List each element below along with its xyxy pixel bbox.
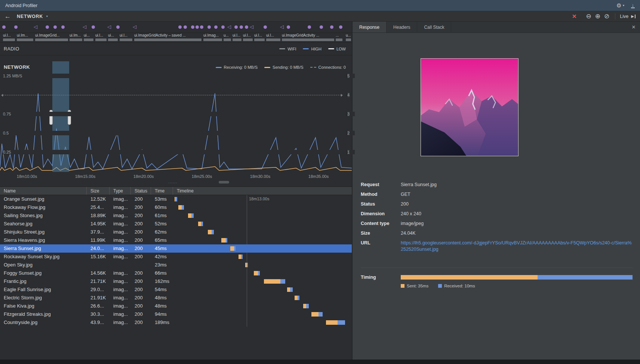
activity-event-triangle-icon[interactable]: ◁ <box>34 24 37 30</box>
activity-segment[interactable]: ui.Im... <box>17 33 33 42</box>
table-row[interactable]: Shinjuku Street.jpg37.9...imag...20062ms <box>0 228 352 236</box>
activity-segment[interactable]: ui.ImageGridActivity ... <box>282 33 334 42</box>
splitter-grip-icon[interactable]: ······ <box>168 181 177 185</box>
cell-status: 200 <box>131 318 151 327</box>
event-dot[interactable] <box>178 25 182 29</box>
tab-call-stack[interactable]: Call Stack <box>417 22 451 33</box>
table-row[interactable]: Frantic.jpg21.71Kimag...200162ms <box>0 277 352 286</box>
horizontal-scrollbar[interactable] <box>219 181 229 183</box>
event-dot[interactable] <box>196 25 199 29</box>
event-dot[interactable] <box>221 25 225 29</box>
profiler-type-dropdown[interactable]: NETWORK ▼ <box>17 14 49 19</box>
tab-headers[interactable]: Headers <box>387 22 417 33</box>
activity-event-triangle-icon[interactable]: ◁ <box>83 24 86 30</box>
activity-segment[interactable]: ui.l... <box>266 33 280 42</box>
detail-value-url-link[interactable]: https://lh5.googleusercontent.com/-dJgje… <box>401 240 633 253</box>
cell-size: 21.71K <box>87 277 110 286</box>
event-dot[interactable] <box>287 25 290 29</box>
activity-segment[interactable]: ui.l... <box>95 33 107 42</box>
event-dot[interactable] <box>184 25 187 29</box>
activity-segment[interactable]: ui.l... <box>120 33 132 42</box>
end-session-button[interactable]: ✕ <box>572 13 577 20</box>
event-dot[interactable] <box>308 25 311 29</box>
activity-segment[interactable]: ui.l... <box>254 33 265 42</box>
column-header-status[interactable]: Status <box>131 187 151 195</box>
sent-bar <box>221 238 226 243</box>
zoom-out-button[interactable]: ⊖ <box>586 13 591 19</box>
table-row[interactable]: Sierra Heavens.jpg11.99Kimag...20065ms <box>0 236 352 244</box>
back-button[interactable]: ← <box>4 13 11 19</box>
cell-timeline <box>173 286 352 294</box>
table-row[interactable]: Foggy Sunset.jpg14.56Kimag...20066ms <box>0 269 352 277</box>
activity-segment[interactable]: ui.l... <box>243 33 253 42</box>
download-button[interactable]: ↓ <box>631 3 635 8</box>
column-header-time[interactable]: Time <box>151 187 173 195</box>
event-dot[interactable] <box>234 25 238 29</box>
event-markers-row[interactable]: ◁◁◁◁◁◁◁ <box>0 22 352 33</box>
column-header-name[interactable]: Name <box>0 187 87 195</box>
column-header-type[interactable]: Type <box>110 187 131 195</box>
settings-button[interactable]: ⚙ ▼ <box>616 2 625 9</box>
activity-event-triangle-icon[interactable]: ◁ <box>250 24 253 30</box>
table-row[interactable]: Sailing Stones.jpg18.89Kimag...20061ms <box>0 212 352 220</box>
event-dot[interactable] <box>46 25 49 29</box>
table-row[interactable]: Fitzgerald Streaks.jpg30.3...imag...2009… <box>0 310 352 318</box>
cell-timeline <box>173 261 352 269</box>
event-dot[interactable] <box>330 25 333 29</box>
bottom-scrollbar-track[interactable] <box>0 360 640 364</box>
event-dot[interactable] <box>240 25 243 29</box>
download-icon: ↓ <box>631 3 635 8</box>
table-row[interactable]: Eagle Fall Sunrise.jpg29.0...imag...2005… <box>0 286 352 294</box>
table-row[interactable]: Countryside.jpg43.9...imag...200189ms <box>0 318 352 327</box>
column-header-size[interactable]: Size <box>87 187 110 195</box>
event-dot[interactable] <box>53 25 57 29</box>
table-row[interactable]: Electric Storm.jpg21.91Kimag...20048ms <box>0 294 352 302</box>
event-dot[interactable] <box>14 25 18 29</box>
main-content: ◁◁◁◁◁◁◁ ui.l...ui.Im...ui.ImageGrid...ui… <box>0 22 640 360</box>
table-row[interactable]: Seahorse.jpg14.95Kimag...20052ms <box>0 220 352 228</box>
table-row[interactable]: Open Sky.jpg23ms <box>0 261 352 269</box>
event-dot[interactable] <box>339 25 342 29</box>
activity-segment[interactable]: ui.ImageGrid... <box>35 33 68 42</box>
activity-segment[interactable]: ... <box>336 33 342 42</box>
table-row[interactable]: Rockaway Flow.jpg25.4...imag...20060ms <box>0 203 352 212</box>
activity-segment[interactable]: ui... <box>108 33 118 42</box>
pane-splitter[interactable]: ······ <box>0 180 352 187</box>
activity-event-triangle-icon[interactable]: ◁ <box>133 24 136 30</box>
activity-segment[interactable]: ui.ImageGridActivity – saved ... <box>134 33 201 42</box>
event-dot[interactable] <box>320 25 323 29</box>
activity-event-triangle-icon[interactable]: ◁ <box>280 24 284 30</box>
table-row[interactable]: False Kiva.jpg26.6...imag...20048ms <box>0 302 352 310</box>
event-dot[interactable] <box>61 25 65 29</box>
activity-event-triangle-icon[interactable]: ◁ <box>227 24 231 30</box>
activity-segment[interactable]: ui.l... <box>3 33 15 42</box>
zoom-in-button[interactable]: ⊕ <box>595 13 600 19</box>
event-dot[interactable] <box>2 25 6 29</box>
event-dot[interactable] <box>207 25 211 29</box>
event-dot[interactable] <box>214 25 218 29</box>
column-header-timeline[interactable]: Timeline <box>173 187 352 195</box>
activity-segment[interactable]: ui.Imag... <box>203 33 222 42</box>
table-row[interactable]: Orange Sunset.jpg12.52Kimag...20053ms <box>0 195 352 203</box>
table-row[interactable]: Rockaway Sunset Sky.jpg15.16Kimag...2004… <box>0 253 352 261</box>
event-dot[interactable] <box>264 25 267 29</box>
activity-segment[interactable]: ui.Im... <box>70 33 82 42</box>
tab-response[interactable]: Response <box>353 22 387 33</box>
activity-row[interactable]: ui.l...ui.Im...ui.ImageGrid...ui.Im...ui… <box>0 33 352 43</box>
event-dot[interactable] <box>191 25 194 29</box>
legend-item-sent: Sent: 35ms <box>401 284 428 288</box>
table-row[interactable]: Sierra Sunset.jpg24.0...imag...20045ms <box>0 244 352 253</box>
activity-segment[interactable]: u... <box>346 33 351 42</box>
zoom-reset-button[interactable]: ⊘ <box>604 13 609 19</box>
event-dot[interactable] <box>200 25 203 29</box>
event-dot[interactable] <box>245 25 248 29</box>
activity-event-triangle-icon[interactable]: ◁ <box>107 24 111 30</box>
close-inspector-button[interactable]: ✕ <box>627 22 640 33</box>
activity-segment[interactable]: ui... <box>84 33 93 42</box>
event-dot[interactable] <box>92 25 95 29</box>
activity-segment[interactable]: u... <box>224 33 231 42</box>
activity-segment[interactable]: ui.l... <box>233 33 241 42</box>
event-dot[interactable] <box>116 25 120 29</box>
live-button[interactable]: Live ▶ <box>620 14 636 19</box>
network-chart[interactable]: NETWORK Receiving: 0 MB/S Sending: 0 MB/… <box>0 55 352 173</box>
